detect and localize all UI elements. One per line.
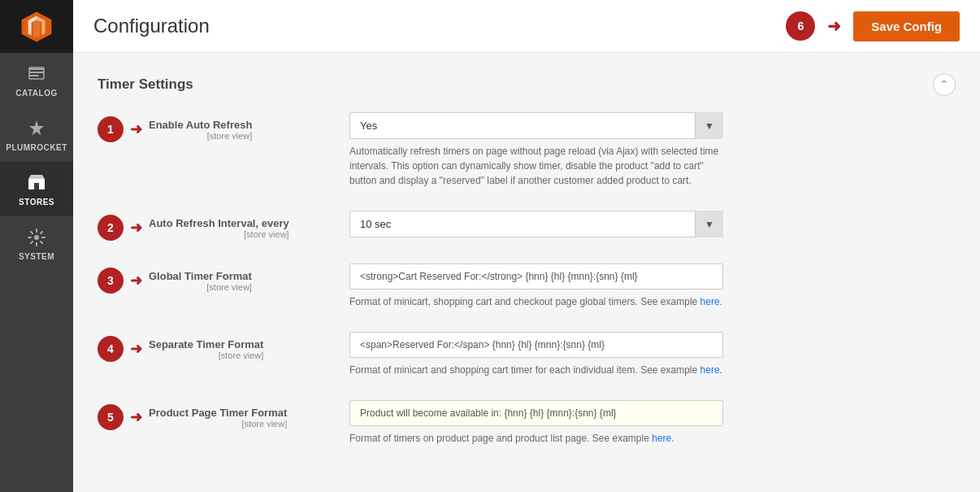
separate-timer-here-link[interactable]: here	[700, 364, 720, 376]
step-badge: 6	[786, 11, 815, 41]
plumrocket-icon	[25, 117, 48, 140]
label-global-timer-format: Global Timer Format [store view]	[149, 270, 252, 292]
svg-point-6	[34, 235, 39, 240]
arrow-right-icon: ➜	[827, 16, 841, 36]
label-separate-timer-format: Separate Timer Format [store view]	[149, 338, 263, 360]
row-global-timer-format: 3 ➜ Global Timer Format [store view] For…	[98, 263, 956, 309]
step-1-badge: 1	[98, 116, 124, 142]
row-right-4: Format of minicart and shopping cart tim…	[349, 332, 956, 377]
step-3-badge: 3	[98, 268, 124, 294]
auto-refresh-interval-select-wrapper: 10 sec 30 sec 60 sec ▼	[349, 211, 723, 237]
sidebar-item-stores-label: STORES	[19, 198, 54, 207]
step-2-badge: 2	[98, 215, 124, 241]
step-5-badge: 5	[98, 404, 124, 430]
header-actions: 6 ➜ Save Config	[786, 11, 960, 41]
content-area: Timer Settings ⌃ 1 ➜ Enable Auto Refresh…	[73, 53, 980, 492]
row-right-1: Yes No ▼ Automatically refresh timers on…	[349, 112, 956, 188]
row-left-2: 2 ➜ Auto Refresh Interval, every [store …	[98, 211, 349, 241]
row-arrow-3: ➜	[130, 272, 142, 290]
sidebar-item-system[interactable]: SYSTEM	[0, 216, 73, 271]
svg-rect-5	[34, 183, 39, 189]
sidebar-item-stores[interactable]: STORES	[0, 162, 73, 216]
row-enable-auto-refresh: 1 ➜ Enable Auto Refresh [store view] Yes…	[98, 112, 956, 188]
label-auto-refresh-interval: Auto Refresh Interval, every [store view…	[149, 217, 289, 239]
enable-auto-refresh-select-wrapper: Yes No ▼	[349, 112, 723, 139]
desc-enable-auto-refresh: Automatically refresh timers on page wit…	[349, 144, 723, 188]
system-icon	[25, 226, 48, 249]
row-right-2: 10 sec 30 sec 60 sec ▼	[349, 211, 956, 237]
sidebar-item-catalog[interactable]: CATALOG	[0, 53, 73, 107]
sidebar-item-plumrocket[interactable]: PLUMROCKET	[0, 107, 73, 162]
header: Configuration 6 ➜ Save Config	[73, 0, 980, 53]
desc-separate-timer-format: Format of minicart and shopping cart tim…	[349, 363, 723, 377]
desc-product-page-timer-format: Format of timers on product page and pro…	[349, 431, 723, 446]
row-left-4: 4 ➜ Separate Timer Format [store view]	[98, 332, 349, 362]
step-4-badge: 4	[98, 336, 124, 362]
section-header: Timer Settings ⌃	[98, 73, 956, 96]
row-right-3: Format of minicart, shopping cart and ch…	[349, 263, 956, 309]
row-right-5: Format of timers on product page and pro…	[349, 400, 956, 446]
global-timer-format-input[interactable]	[349, 263, 723, 290]
svg-marker-3	[29, 120, 44, 136]
row-left-1: 1 ➜ Enable Auto Refresh [store view]	[98, 112, 349, 142]
main-content: Configuration 6 ➜ Save Config Timer Sett…	[73, 0, 980, 492]
row-left-5: 5 ➜ Product Page Timer Format [store vie…	[98, 400, 349, 430]
label-product-page-timer-format: Product Page Timer Format [store view]	[149, 407, 287, 429]
separate-timer-format-input[interactable]	[349, 332, 723, 358]
row-arrow-2: ➜	[130, 219, 142, 237]
save-config-button[interactable]: Save Config	[853, 11, 960, 41]
row-arrow-5: ➜	[130, 408, 142, 426]
global-timer-here-link[interactable]: here	[700, 296, 720, 307]
stores-icon	[25, 172, 48, 194]
enable-auto-refresh-select[interactable]: Yes No	[349, 112, 723, 139]
product-page-timer-format-input[interactable]	[349, 400, 723, 426]
auto-refresh-interval-select[interactable]: 10 sec 30 sec 60 sec	[349, 211, 723, 237]
sidebar: CATALOG PLUMROCKET STORES SYSTEM	[0, 0, 73, 492]
desc-global-timer-format: Format of minicart, shopping cart and ch…	[349, 294, 723, 309]
sidebar-item-system-label: SYSTEM	[19, 252, 54, 261]
section-title: Timer Settings	[98, 76, 193, 93]
row-auto-refresh-interval: 2 ➜ Auto Refresh Interval, every [store …	[98, 211, 956, 241]
magento-logo-icon	[20, 11, 53, 43]
sidebar-item-plumrocket-label: PLUMROCKET	[6, 143, 67, 152]
sidebar-item-catalog-label: CATALOG	[15, 89, 57, 98]
collapse-button[interactable]: ⌃	[933, 73, 956, 96]
sidebar-logo	[0, 0, 73, 53]
row-separate-timer-format: 4 ➜ Separate Timer Format [store view] F…	[98, 332, 956, 377]
product-timer-here-link[interactable]: here	[652, 433, 671, 444]
row-left-3: 3 ➜ Global Timer Format [store view]	[98, 263, 349, 294]
catalog-icon	[25, 63, 48, 85]
page-title: Configuration	[93, 15, 210, 37]
row-arrow-4: ➜	[130, 340, 142, 358]
label-enable-auto-refresh: Enable Auto Refresh [store view]	[149, 119, 252, 141]
row-product-page-timer-format: 5 ➜ Product Page Timer Format [store vie…	[98, 400, 956, 446]
row-arrow-1: ➜	[130, 120, 142, 138]
